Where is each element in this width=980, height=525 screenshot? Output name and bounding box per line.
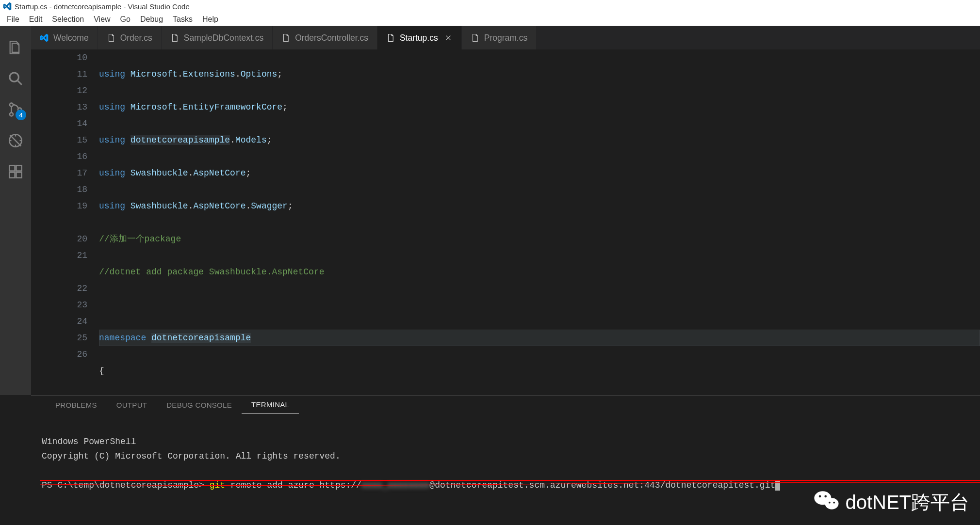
panel-tab-debugconsole[interactable]: DEBUG CONSOLE xyxy=(157,396,242,414)
activity-debug[interactable] xyxy=(0,125,31,156)
tab-orderscontroller[interactable]: OrdersController.cs xyxy=(273,26,377,49)
menu-go[interactable]: Go xyxy=(115,13,135,26)
svg-rect-5 xyxy=(9,165,15,171)
svg-point-13 xyxy=(829,502,831,504)
code-comment: //添加一个package xyxy=(99,234,181,244)
file-icon xyxy=(281,33,290,42)
activitybar: 4 xyxy=(0,26,31,395)
bottom-panel: PROBLEMS OUTPUT DEBUG CONSOLE TERMINAL W… xyxy=(31,395,980,525)
activity-extensions[interactable] xyxy=(0,156,31,187)
tab-label: Order.cs xyxy=(120,33,152,43)
svg-point-12 xyxy=(825,495,827,498)
file-icon xyxy=(471,33,479,42)
code-editor[interactable]: 10 11 12 13 14 15 16 17 18 19 20 21 22 2… xyxy=(31,49,980,395)
code-comment: //dotnet add package Swashbuckle.AspNetC… xyxy=(99,267,324,277)
line-gutter: 10 11 12 13 14 15 16 17 18 19 20 21 22 2… xyxy=(31,49,99,395)
menu-selection[interactable]: Selection xyxy=(47,13,89,26)
activity-scm[interactable]: 4 xyxy=(0,94,31,125)
tab-label: Welcome xyxy=(53,33,89,43)
editor-area: Welcome Order.cs SampleDbContext.cs Orde… xyxy=(31,26,980,395)
watermark: dotNET跨平台 xyxy=(813,489,969,516)
file-icon xyxy=(170,33,179,42)
tab-label: OrdersController.cs xyxy=(295,33,368,43)
terminal-line: Windows PowerShell xyxy=(42,437,136,446)
window-title: Startup.cs - dotnetcoreapisample - Visua… xyxy=(15,2,190,11)
menu-view[interactable]: View xyxy=(89,13,115,26)
panel-tab-terminal[interactable]: TERMINAL xyxy=(242,396,299,414)
activity-search[interactable] xyxy=(0,63,31,94)
menu-tasks[interactable]: Tasks xyxy=(168,13,197,26)
file-icon xyxy=(107,33,115,42)
svg-rect-7 xyxy=(9,172,15,177)
tab-label: Program.cs xyxy=(484,33,527,43)
tab-sampledbcontext[interactable]: SampleDbContext.cs xyxy=(162,26,273,49)
svg-point-10 xyxy=(825,498,839,509)
panel-tab-problems[interactable]: PROBLEMS xyxy=(46,396,107,414)
vscode-icon xyxy=(40,33,49,42)
menu-help[interactable]: Help xyxy=(197,13,223,26)
tab-program[interactable]: Program.cs xyxy=(462,26,537,49)
svg-point-2 xyxy=(10,112,13,116)
watermark-text: dotNET跨平台 xyxy=(845,489,969,516)
menu-debug[interactable]: Debug xyxy=(135,13,168,26)
svg-point-11 xyxy=(819,495,821,498)
svg-point-14 xyxy=(833,502,835,504)
tab-order[interactable]: Order.cs xyxy=(98,26,162,49)
svg-rect-6 xyxy=(16,165,21,171)
svg-rect-8 xyxy=(16,172,21,177)
menubar: File Edit Selection View Go Debug Tasks … xyxy=(0,13,980,26)
titlebar: Startup.cs - dotnetcoreapisample - Visua… xyxy=(0,0,980,13)
file-icon xyxy=(386,33,395,42)
wechat-icon xyxy=(813,489,840,516)
panel-tab-output[interactable]: OUTPUT xyxy=(107,396,157,414)
menu-edit[interactable]: Edit xyxy=(24,13,48,26)
tab-welcome[interactable]: Welcome xyxy=(31,26,98,49)
scm-badge: 4 xyxy=(16,110,26,120)
close-icon[interactable] xyxy=(444,33,453,42)
tab-label: Startup.cs xyxy=(400,33,438,43)
annotation-underline xyxy=(40,480,980,488)
tab-label: SampleDbContext.cs xyxy=(184,33,263,43)
vscode-icon xyxy=(3,2,12,11)
tab-startup[interactable]: Startup.cs xyxy=(377,26,462,49)
svg-point-1 xyxy=(10,103,13,107)
menu-file[interactable]: File xyxy=(2,13,24,26)
code-content[interactable]: using Microsoft.Extensions.Options; usin… xyxy=(99,49,980,395)
tabbar: Welcome Order.cs SampleDbContext.cs Orde… xyxy=(31,26,980,49)
activity-explorer[interactable] xyxy=(0,32,31,63)
panel-tabs: PROBLEMS OUTPUT DEBUG CONSOLE TERMINAL xyxy=(31,396,980,414)
svg-point-0 xyxy=(10,73,18,81)
terminal-line: Copyright (C) Microsoft Corporation. All… xyxy=(42,451,341,461)
